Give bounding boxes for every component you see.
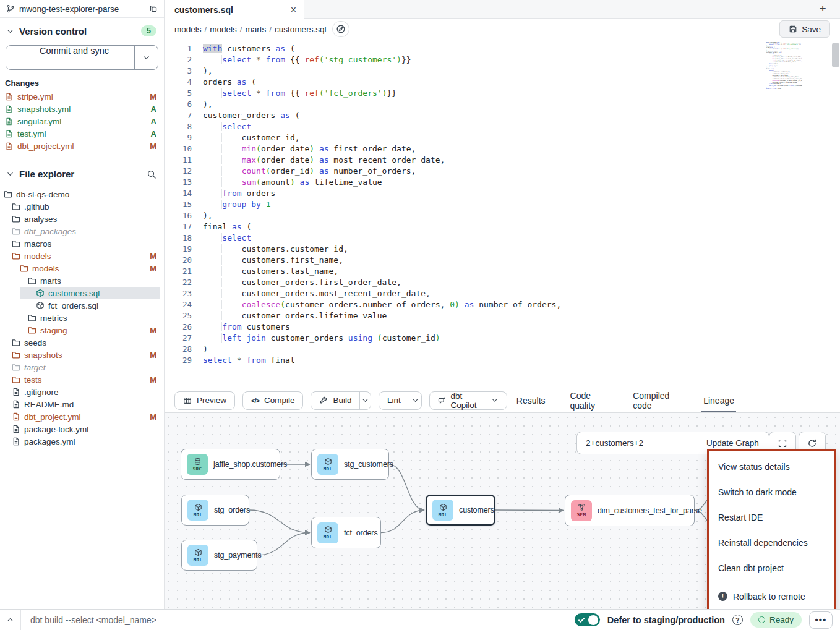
dbt-copilot-button[interactable]: dbt Copilot bbox=[429, 391, 507, 410]
tree-item-macros[interactable]: macros bbox=[0, 237, 164, 250]
editor-scrollbar[interactable] bbox=[832, 43, 839, 67]
fullscreen-icon bbox=[778, 438, 787, 448]
lineage-panel[interactable]: SRCjaffle_shop.customersMDLstg_customers… bbox=[165, 413, 840, 609]
change-file-name: snapshots.yml bbox=[17, 104, 147, 114]
build-button[interactable]: Build bbox=[311, 392, 359, 409]
tree-item--gitignore[interactable]: .gitignore bbox=[0, 386, 164, 398]
version-control-header[interactable]: Version control 5 bbox=[0, 18, 164, 40]
menu-item-switch-to-dark-mode[interactable]: Switch to dark mode bbox=[709, 479, 834, 504]
lineage-search-input[interactable] bbox=[577, 432, 696, 454]
alert-icon: ! bbox=[718, 592, 727, 601]
lineage-node-customers[interactable]: MDLcustomers bbox=[426, 495, 495, 526]
menu-item-rollback-to-remote[interactable]: !Rollback to remote bbox=[709, 584, 834, 609]
commit-options-caret[interactable] bbox=[134, 46, 158, 69]
tree-item-label: analyses bbox=[24, 215, 57, 224]
tree-item-readme-md[interactable]: README.md bbox=[0, 398, 164, 411]
change-item[interactable]: snapshots.ymlA bbox=[0, 103, 164, 115]
tree-item-package-lock-yml[interactable]: package-lock.yml bbox=[0, 423, 164, 435]
tree-item-snapshots[interactable]: snapshotsM bbox=[0, 349, 164, 361]
change-item[interactable]: test.ymlA bbox=[0, 127, 164, 140]
line-number: 28 bbox=[165, 344, 192, 355]
tree-item-analyses[interactable]: analyses bbox=[0, 213, 164, 225]
tab-code-quality[interactable]: Code quality bbox=[568, 388, 611, 412]
line-number: 4 bbox=[165, 77, 192, 88]
file-actions-button[interactable] bbox=[332, 21, 349, 37]
breadcrumb-item[interactable]: models bbox=[210, 25, 237, 34]
defer-toggle[interactable] bbox=[575, 613, 600, 626]
version-control-title: Version control bbox=[19, 26, 87, 36]
preview-button[interactable]: Preview bbox=[174, 391, 235, 410]
change-item[interactable]: stripe.ymlM bbox=[0, 90, 164, 103]
code-line: customer_orders.most_recent_order_date, bbox=[203, 288, 561, 299]
tree-item-packages-yml[interactable]: packages.yml bbox=[0, 435, 164, 448]
lineage-node-stg_payments[interactable]: MDLstg_payments bbox=[181, 540, 257, 571]
sidebar: mwong-test-explorer-parse Version contro… bbox=[0, 0, 165, 609]
lineage-node-fct_orders[interactable]: MDLfct_orders bbox=[311, 517, 381, 548]
code-line: orders as ( bbox=[203, 77, 561, 88]
file-explorer-header[interactable]: File explorer bbox=[0, 161, 164, 185]
tree-item-db-sl-qs-demo[interactable]: db-sl-qs-demo bbox=[0, 188, 164, 200]
change-status: M bbox=[150, 92, 156, 101]
command-input[interactable]: dbt build --select <model_name> bbox=[21, 615, 575, 625]
close-icon[interactable]: × bbox=[291, 5, 296, 15]
save-button[interactable]: Save bbox=[779, 20, 830, 38]
lineage-node-dim[interactable]: SEMdim_customers_test_for_parse bbox=[565, 495, 695, 526]
help-icon[interactable]: ? bbox=[732, 615, 743, 625]
tree-item-staging[interactable]: stagingM bbox=[0, 324, 164, 336]
tree-item-models[interactable]: modelsM bbox=[0, 262, 164, 275]
tree-item-seeds[interactable]: seeds bbox=[0, 336, 164, 349]
code-line: coalesce(customer_orders.number_of_order… bbox=[766, 80, 802, 82]
tree-item-dbt-packages[interactable]: dbt_packages bbox=[0, 225, 164, 237]
tree-item-customers-sql[interactable]: customers.sql bbox=[0, 287, 164, 299]
more-options-button[interactable]: ••• bbox=[809, 611, 833, 629]
code-line: select bbox=[203, 121, 561, 132]
tab-lineage[interactable]: Lineage bbox=[701, 388, 736, 412]
tree-item--github[interactable]: .github bbox=[0, 200, 164, 213]
lint-options-caret[interactable] bbox=[409, 392, 421, 409]
tree-item-tests[interactable]: testsM bbox=[0, 373, 164, 386]
menu-item-reinstall-dependencies[interactable]: Reinstall dependencies bbox=[709, 530, 834, 555]
menu-item-view-status-details[interactable]: View status details bbox=[709, 454, 834, 479]
code-editor[interactable]: 1234567891011121314151617181920212223242… bbox=[165, 40, 840, 388]
lineage-node-stg_orders[interactable]: MDLstg_orders bbox=[181, 495, 249, 526]
menu-item-restart-ide[interactable]: Restart IDE bbox=[709, 504, 834, 530]
menu-item-label: View status details bbox=[718, 462, 790, 472]
lineage-node-src_jaffle[interactable]: SRCjaffle_shop.customers bbox=[181, 449, 280, 480]
compile-button[interactable]: </> Compile bbox=[242, 391, 303, 410]
tree-item-marts[interactable]: marts bbox=[0, 275, 164, 287]
code-line: count(order_id) as number_of_orders, bbox=[203, 166, 561, 177]
code-line: orders as ( bbox=[766, 47, 802, 49]
minimap[interactable]: with customers as ( select * from {{ ref… bbox=[766, 42, 802, 90]
line-number: 17 bbox=[165, 221, 192, 232]
code-line: select * from final bbox=[203, 355, 561, 366]
commit-and-sync-button[interactable]: Commit and sync bbox=[6, 46, 134, 69]
code-line: min(order_date) as first_order_date, bbox=[766, 57, 802, 59]
tab-results[interactable]: Results bbox=[515, 388, 547, 412]
tree-item-dbt-project-yml[interactable]: dbt_project.ymlM bbox=[0, 411, 164, 423]
lint-button[interactable]: Lint bbox=[379, 392, 409, 409]
new-tab-button[interactable]: + bbox=[815, 1, 830, 16]
collapse-panel-button[interactable] bbox=[0, 610, 21, 630]
tree-item-status: M bbox=[150, 351, 156, 360]
tree-item-label: marts bbox=[40, 276, 61, 286]
compile-label: Compile bbox=[264, 396, 295, 405]
copy-icon[interactable] bbox=[149, 4, 158, 13]
breadcrumb-item[interactable]: customers.sql bbox=[275, 25, 326, 34]
tree-item-models[interactable]: modelsM bbox=[0, 250, 164, 262]
menu-item-clean-dbt-project[interactable]: Clean dbt project bbox=[709, 555, 834, 581]
breadcrumb-item[interactable]: marts bbox=[246, 25, 267, 34]
changes-label: Changes bbox=[5, 79, 164, 88]
change-item[interactable]: dbt_project.ymlM bbox=[0, 140, 164, 152]
tab-customers-sql[interactable]: customers.sql × bbox=[165, 0, 304, 19]
tree-item-target[interactable]: target bbox=[0, 361, 164, 373]
search-icon[interactable] bbox=[147, 169, 156, 179]
folder-icon bbox=[20, 264, 28, 273]
change-item[interactable]: singular.ymlA bbox=[0, 115, 164, 127]
lineage-node-stg_customers[interactable]: MDLstg_customers bbox=[311, 449, 389, 480]
tree-item-metrics[interactable]: metrics bbox=[0, 312, 164, 324]
line-number: 14 bbox=[165, 188, 192, 199]
breadcrumb-item[interactable]: models bbox=[174, 25, 202, 34]
tree-item-fct-orders-sql[interactable]: fct_orders.sql bbox=[0, 299, 164, 312]
tab-compiled-code[interactable]: Compiled code bbox=[631, 388, 680, 412]
build-options-caret[interactable] bbox=[359, 392, 371, 409]
